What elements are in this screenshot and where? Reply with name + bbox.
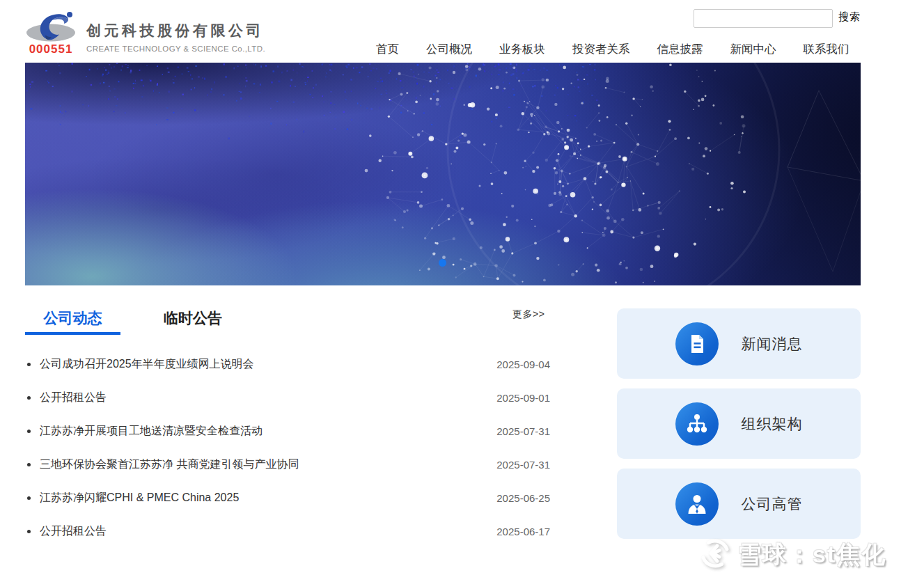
news-date: 2025-09-04 (496, 359, 550, 370)
news-date: 2025-06-25 (496, 492, 550, 504)
news-title[interactable]: 公开招租公告 (40, 391, 496, 405)
bullet-icon (27, 430, 31, 433)
main-nav: 首页 公司概况 业务板块 投资者关系 信息披露 新闻中心 联系我们 (376, 42, 849, 57)
more-link[interactable]: 更多>> (512, 308, 545, 321)
news-date: 2025-06-17 (496, 526, 550, 537)
nav-item-disclosure[interactable]: 信息披露 (657, 42, 703, 57)
news-list-item[interactable]: 江苏苏净开展项目工地送清凉暨安全检查活动 2025-07-31 (25, 414, 550, 448)
news-date: 2025-07-31 (496, 425, 550, 437)
nav-item-news-center[interactable]: 新闻中心 (730, 42, 776, 57)
hero-banner (25, 63, 861, 285)
news-title[interactable]: 江苏苏净开展项目工地送清凉暨安全检查活动 (40, 424, 496, 439)
company-logo[interactable]: 000551 (25, 8, 77, 56)
stock-code: 000551 (25, 42, 77, 56)
company-logo-icon (25, 8, 77, 42)
news-title[interactable]: 公开招租公告 (40, 524, 496, 539)
card-label: 组织架构 (742, 414, 803, 434)
search-button[interactable]: 搜索 (838, 10, 861, 24)
news-tabs: 公司动态 临时公告 (25, 307, 235, 335)
news-title[interactable]: 公司成功召开2025年半年度业绩网上说明会 (40, 357, 496, 372)
card-executives[interactable]: 公司高管 (617, 469, 861, 539)
news-title[interactable]: 江苏苏净闪耀CPHI & PMEC China 2025 (40, 491, 496, 505)
news-list-item[interactable]: 公开招租公告 2025-06-17 (25, 514, 550, 548)
company-name-en: CREATE TECHNOLOGY & SCIENCE Co.,LTD. (86, 45, 265, 53)
nav-item-company-profile[interactable]: 公司概况 (426, 42, 472, 57)
news-date: 2025-09-01 (496, 392, 550, 404)
card-org-structure[interactable]: 组织架构 (617, 388, 861, 459)
company-name: 创元科技股份有限公司 (86, 21, 265, 40)
news-document-icon (675, 322, 719, 365)
tab-temporary-announcements[interactable]: 临时公告 (151, 307, 235, 335)
bullet-icon (27, 363, 31, 366)
news-title[interactable]: 三地环保协会聚首江苏苏净 共商党建引领与产业协同 (40, 457, 496, 472)
card-label: 新闻消息 (742, 334, 803, 354)
banner-particles-decor (25, 63, 861, 285)
executive-person-icon (675, 482, 719, 526)
news-list-item[interactable]: 公司成功召开2025年半年度业绩网上说明会 2025-09-04 (25, 347, 550, 381)
site-header: 000551 创元科技股份有限公司 CREATE TECHNOLOGY & SC… (0, 0, 924, 63)
bullet-icon (27, 530, 31, 533)
news-date: 2025-07-31 (496, 459, 550, 471)
news-list-item[interactable]: 三地环保协会聚首江苏苏净 共商党建引领与产业协同 2025-07-31 (25, 448, 550, 481)
search-input[interactable] (694, 9, 833, 28)
nav-item-home[interactable]: 首页 (376, 42, 399, 57)
nav-item-business[interactable]: 业务板块 (499, 42, 545, 57)
company-names: 创元科技股份有限公司 CREATE TECHNOLOGY & SCIENCE C… (86, 21, 265, 53)
bullet-icon (27, 396, 31, 400)
news-list-item[interactable]: 公开招租公告 2025-09-01 (25, 381, 550, 414)
card-news-messages[interactable]: 新闻消息 (617, 308, 861, 379)
quick-link-cards: 新闻消息 组织架构 公司高管 (617, 308, 861, 549)
nav-item-contact[interactable]: 联系我们 (804, 42, 849, 57)
carousel-dot[interactable] (439, 259, 446, 267)
bullet-icon (27, 496, 31, 500)
tab-company-news[interactable]: 公司动态 (25, 307, 120, 335)
news-list: 公司成功召开2025年半年度业绩网上说明会 2025-09-04 公开招租公告 … (25, 347, 550, 548)
news-list-item[interactable]: 江苏苏净闪耀CPHI & PMEC China 2025 2025-06-25 (25, 481, 550, 514)
org-chart-icon (675, 402, 719, 446)
bullet-icon (27, 463, 31, 466)
card-label: 公司高管 (742, 494, 803, 514)
nav-item-investor-relations[interactable]: 投资者关系 (572, 42, 630, 57)
